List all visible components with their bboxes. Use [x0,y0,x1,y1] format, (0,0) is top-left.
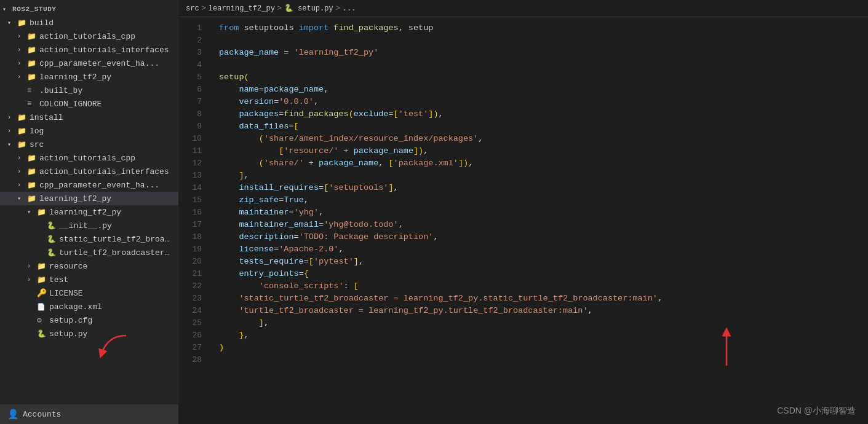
breadcrumb-src[interactable]: src [186,4,199,13]
accounts-label: Accounts [23,410,61,419]
sidebar-label: setup.cfg [49,316,92,325]
line-num: 2 [178,34,202,47]
sidebar-label: resource [49,262,87,271]
folder-icon: 📁 [17,113,27,122]
sidebar-label: cpp_parameter_event_ha... [39,59,159,68]
chevron-right-icon: › [17,33,27,40]
sidebar-label: turtle_tf2_broadcaster.... [59,248,173,257]
breadcrumb-sep: > [202,4,206,13]
line-num: 15 [178,194,202,206]
sidebar-label: cpp_parameter_event_ha... [39,181,159,190]
sidebar-item-learn-tf2-inner[interactable]: ▾ 📁 learning_tf2_py [0,205,178,219]
sidebar-label: learning_tf2_py [39,73,111,82]
sidebar-tree[interactable]: ▾ ROS2_STUDY ▾ 📁 build › 📁 action_tutori… [0,0,178,404]
accounts-bar[interactable]: 👤 Accounts [0,404,178,424]
line-num: 22 [178,280,202,292]
folder-icon: 📁 [27,32,37,41]
python-file-icon: 🐍 [284,4,293,13]
sidebar-item-built-by[interactable]: ≡ .built_by [0,84,178,97]
sidebar-item-action-cpp-2[interactable]: › 📁 action_tutorials_cpp [0,151,178,165]
sidebar-item-setup-py[interactable]: 🐍 setup.py [0,327,178,340]
breadcrumb-ellipsis[interactable]: ... [343,4,356,13]
sidebar-item-setup-cfg[interactable]: ⚙ setup.cfg [0,313,178,327]
file-icon: ≡ [27,100,37,108]
sidebar-label: src [30,140,44,149]
cfg-icon: ⚙ [37,315,47,325]
sidebar-item-action-iface-1[interactable]: › 📁 action_tutorials_interfaces [0,43,178,57]
python-icon: 🐍 [37,329,47,339]
line-num: 27 [178,342,202,354]
line-numbers: 1 2 3 4 5 6 7 8 9 10 11 12 13 14 15 16 1… [178,17,209,424]
folder-icon: 📁 [27,73,37,82]
sidebar-item-init-py[interactable]: 🐍 __init__.py [0,219,178,232]
breadcrumb-file[interactable]: setup.py [298,4,333,13]
line-num: 1 [178,22,202,34]
folder-icon: 📁 [27,194,37,203]
python-icon: 🐍 [47,248,57,257]
sidebar-label: test [49,275,68,285]
line-num: 5 [178,71,202,84]
folder-icon: 📁 [37,262,47,271]
sidebar-item-turtle-tf2[interactable]: 🐍 turtle_tf2_broadcaster.... [0,246,178,259]
sidebar-item-action-cpp-1[interactable]: › 📁 action_tutorials_cpp [0,29,178,43]
sidebar: ▾ ROS2_STUDY ▾ 📁 build › 📁 action_tutori… [0,0,178,424]
line-num: 12 [178,157,202,170]
sidebar-item-build[interactable]: ▾ 📁 build [0,16,178,29]
folder-icon: 📁 [27,181,37,190]
sidebar-item-install[interactable]: › 📁 install [0,111,178,124]
chevron-down-icon: ▾ [7,19,17,26]
breadcrumb: src > learning_tf2_py > 🐍 setup.py > ... [178,0,868,17]
sidebar-item-action-iface-2[interactable]: › 📁 action_tutorials_interfaces [0,165,178,178]
sidebar-item-package-xml[interactable]: 📄 package.xml [0,300,178,313]
sidebar-item-cpp-param-1[interactable]: › 📁 cpp_parameter_event_ha... [0,57,178,70]
accounts-icon: 👤 [7,409,19,420]
line-num: 19 [178,243,202,256]
xml-icon: 📄 [37,303,47,311]
sidebar-item-static-turtle[interactable]: 🐍 static_turtle_tf2_broad... [0,232,178,246]
line-num: 8 [178,108,202,120]
sidebar-root[interactable]: ▾ ROS2_STUDY [0,2,178,16]
sidebar-item-log[interactable]: › 📁 log [0,124,178,138]
sidebar-item-license[interactable]: 🔑 LICENSE [0,286,178,300]
chevron-right-icon: › [7,114,17,121]
python-icon: 🐍 [47,235,57,244]
breadcrumb-sep: > [277,4,282,13]
chevron-down-icon: ▾ [7,141,17,148]
chevron-right-icon: › [17,74,27,80]
line-num: 23 [178,292,202,305]
chevron-right-icon: › [27,277,37,283]
code-area[interactable]: from setuptools import find_packages, se… [209,17,868,424]
chevron-down-icon: ▾ [17,195,27,202]
line-num: 10 [178,133,202,145]
line-num: 21 [178,268,202,280]
sidebar-label: LICENSE [49,289,83,298]
breadcrumb-package[interactable]: learning_tf2_py [209,4,275,13]
folder-icon: 📁 [37,275,47,285]
line-num: 14 [178,182,202,194]
line-num: 24 [178,305,202,317]
sidebar-item-learn-tf2-root[interactable]: ▾ 📁 learning_tf2_py [0,192,178,205]
sidebar-item-test[interactable]: › 📁 test [0,273,178,286]
folder-icon: 📁 [17,127,27,136]
root-label: ROS2_STUDY [12,6,57,13]
sidebar-item-src[interactable]: ▾ 📁 src [0,138,178,151]
sidebar-label: install [30,113,63,122]
chevron-right-icon: › [17,182,27,189]
folder-icon: 📁 [27,167,37,176]
folder-icon: 📁 [17,140,27,149]
sidebar-item-resource[interactable]: › 📁 resource [0,259,178,273]
breadcrumb-sep: > [336,4,340,13]
sidebar-label: action_tutorials_cpp [39,32,135,41]
line-num: 26 [178,329,202,342]
chevron-right-icon: › [27,263,37,270]
line-num: 13 [178,170,202,182]
sidebar-label: learning_tf2_py [39,194,111,203]
sidebar-item-learn-tf2-1[interactable]: › 📁 learning_tf2_py [0,70,178,84]
chevron-right-icon: › [7,128,17,135]
line-num: 20 [178,256,202,268]
folder-icon: 📁 [17,18,27,28]
sidebar-label: static_turtle_tf2_broad... [59,235,173,244]
sidebar-item-cpp-param-2[interactable]: › 📁 cpp_parameter_event_ha... [0,178,178,192]
sidebar-item-colcon-ignore[interactable]: ≡ COLCON_IGNORE [0,97,178,111]
line-num: 18 [178,231,202,243]
